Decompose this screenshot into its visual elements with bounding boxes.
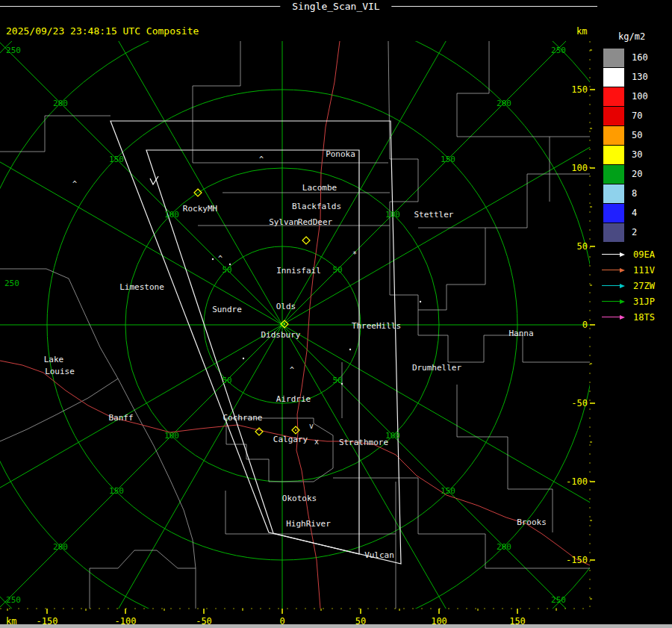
color-swatch xyxy=(603,126,624,145)
range-label: 150 xyxy=(109,486,124,496)
colorbar-value: 30 xyxy=(632,149,642,160)
range-label: 200 xyxy=(53,542,68,552)
radar-legend-row: 09EA xyxy=(602,246,655,262)
range-rings xyxy=(0,41,672,628)
city-label: Didsbury xyxy=(261,330,301,340)
radar-id: 18TS xyxy=(633,312,655,323)
city-label: Olds xyxy=(276,302,296,311)
color-swatch xyxy=(603,204,624,223)
cross-symbol: x xyxy=(314,438,319,446)
colorbar-value: 20 xyxy=(632,169,642,179)
caret-symbol: ^ xyxy=(72,180,77,188)
dot-symbol xyxy=(349,349,351,350)
color-swatch xyxy=(603,184,624,203)
axis-unit-top-right: km xyxy=(576,26,587,37)
colorbar-row: 20 xyxy=(603,164,648,184)
city-label: Limestone xyxy=(119,282,164,292)
bottom-window-strip xyxy=(0,624,672,628)
dot-symbol xyxy=(341,383,343,385)
radar-arrow-icon xyxy=(602,268,629,273)
city-label: Ponoka xyxy=(326,149,355,159)
city-label: Sylvan xyxy=(269,217,299,227)
caret-symbol: ^ xyxy=(290,366,294,374)
city-label: Innisfail xyxy=(276,266,321,276)
colorbar-row: 30 xyxy=(603,145,648,164)
color-swatch xyxy=(603,146,624,164)
radar-legend-row: 27ZW xyxy=(602,278,655,293)
axis-label-right: -150 xyxy=(566,555,588,565)
range-label: 50 xyxy=(332,376,342,385)
range-label: 150 xyxy=(441,155,455,164)
dot-symbol xyxy=(212,258,214,260)
dot-symbol xyxy=(243,358,244,359)
color-swatch xyxy=(603,87,624,106)
axis-label-right: 50 xyxy=(577,241,588,252)
city-label: Banff xyxy=(108,413,133,423)
radar-map[interactable]: 50 100 150 200 250 50 100 150 200 250 50… xyxy=(0,41,672,628)
radar-legend-row: 31JP xyxy=(602,293,655,309)
range-label: 250 xyxy=(4,279,19,288)
caret-symbol: ^ xyxy=(218,255,223,263)
vee-symbol: v xyxy=(309,422,314,430)
colorbar-row: 4 xyxy=(603,203,648,223)
city-label: ThreeHills xyxy=(352,321,401,331)
axis-label-right: 100 xyxy=(571,163,588,173)
sidebar: kg/m2 160 130 100 70 50 xyxy=(597,0,672,628)
axis-label-right: 150 xyxy=(571,84,588,95)
city-label: HighRiver xyxy=(286,519,331,529)
city-label: Louise xyxy=(45,367,75,376)
range-label: 150 xyxy=(441,486,455,496)
range-label: 250 xyxy=(551,46,566,55)
radar-id: 09EA xyxy=(633,249,655,260)
range-label: 100 xyxy=(164,210,179,220)
range-label: 100 xyxy=(385,210,400,220)
city-labels: Ponoka Lacombe Blackfalds RedDeer Sylvan… xyxy=(44,149,547,560)
dot-symbol xyxy=(229,264,231,265)
range-label: 250 xyxy=(551,595,566,605)
range-label: 50 xyxy=(332,265,342,275)
colorbar-row: 160 xyxy=(603,48,648,67)
radar-legend: 09EA 111V 27ZW 31JP 18TS xyxy=(602,246,655,325)
colorbar-value: 70 xyxy=(632,111,642,121)
range-label: 200 xyxy=(497,99,511,108)
colorbar-row: 70 xyxy=(603,106,648,125)
city-label: Drumheller xyxy=(412,363,462,373)
color-swatch xyxy=(603,68,624,87)
storm-cell-markers: ^ ^ ^ ^ * v x xyxy=(72,155,421,446)
colorbar-value: 50 xyxy=(632,130,642,140)
caret-symbol: ^ xyxy=(259,155,264,164)
colorbar-row: 130 xyxy=(603,67,648,87)
colorbar-row: 8 xyxy=(603,184,648,203)
city-label: Brooks xyxy=(517,517,547,527)
radar-arrow-icon xyxy=(602,252,629,257)
range-label: 50 xyxy=(222,376,231,385)
city-label: RockyMH xyxy=(183,204,217,214)
range-label: 250 xyxy=(6,595,21,605)
color-swatch xyxy=(603,165,624,184)
city-label: RedDeer xyxy=(298,217,333,227)
asterisk-symbol: * xyxy=(352,250,357,258)
colorbar-row: 100 xyxy=(603,87,648,106)
axis-label-right: -100 xyxy=(566,476,588,487)
colorbar: 160 130 100 70 50 30 xyxy=(603,48,648,242)
colorbar-value: 100 xyxy=(632,91,648,102)
color-swatch xyxy=(603,49,624,67)
range-spokes xyxy=(0,41,672,628)
city-label: Lacombe xyxy=(302,183,337,193)
city-label: Calgary xyxy=(273,435,308,444)
colorbar-row: 2 xyxy=(603,223,648,242)
colorbar-value: 2 xyxy=(632,227,637,237)
radar-arrow-icon xyxy=(602,299,629,304)
range-label: 150 xyxy=(109,155,124,164)
radar-legend-row: 111V xyxy=(602,262,655,278)
range-label: 200 xyxy=(497,542,511,552)
range-label: 100 xyxy=(164,431,179,441)
radar-arrow-icon xyxy=(602,315,629,320)
city-label: Okotoks xyxy=(282,494,317,503)
city-label: Cochrane xyxy=(223,413,263,423)
scan-timestamp: 2025/09/23 23:48:15 UTC Composite xyxy=(6,25,199,37)
city-label: Lake xyxy=(44,355,64,364)
city-label: Strathmore xyxy=(339,438,388,447)
axis-label-right: 0 xyxy=(582,320,588,330)
colorbar-value: 160 xyxy=(632,52,648,63)
